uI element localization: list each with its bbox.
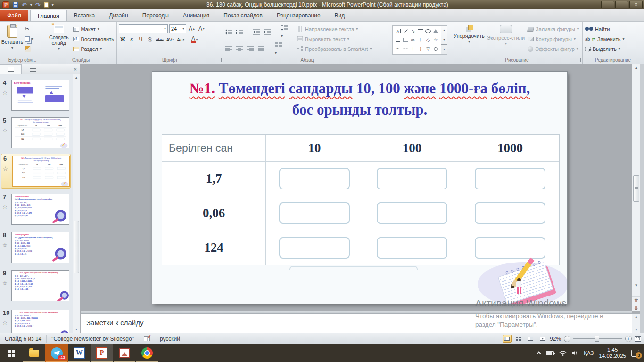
shapes-scroll-up[interactable]: ▲ xyxy=(441,26,447,35)
strikethrough-button[interactable]: abe xyxy=(155,35,165,44)
taskbar-explorer[interactable] xyxy=(23,344,45,362)
spellcheck-status[interactable] xyxy=(139,335,155,343)
shape-rectangle-icon[interactable] xyxy=(418,29,423,33)
drawing-dialog-launcher[interactable] xyxy=(577,58,581,62)
shape-fill-button[interactable]: Заливка фигуры▾ xyxy=(526,24,580,34)
tab-slides-thumbnails[interactable] xyxy=(0,64,22,74)
tab-slideshow[interactable]: Показ слайдов xyxy=(216,10,270,21)
slide-title-textbox[interactable]: №1. Төмендегі сандарды 10, 100 және 1000… xyxy=(152,78,567,121)
bold-button[interactable]: Ж xyxy=(119,35,127,44)
start-button[interactable] xyxy=(0,344,23,362)
undo-icon[interactable]: ↶ xyxy=(22,2,27,8)
slide-4-thumb[interactable]: Есте түсірейік xyxy=(11,80,69,111)
underline-button[interactable]: Ч xyxy=(137,35,145,44)
shape-right-brace-icon[interactable]: } xyxy=(420,47,421,51)
paste-button[interactable]: Вставить ▾ xyxy=(1,23,24,57)
answer-box[interactable] xyxy=(377,202,447,224)
theme-name[interactable]: "College Newsletter by Slidesgo" xyxy=(47,335,139,343)
tab-view[interactable]: Вид xyxy=(328,10,352,21)
scroll-down-icon[interactable]: ▼ xyxy=(632,282,640,289)
shape-diamond-icon[interactable]: ◇ xyxy=(426,38,430,42)
panel-scroll-down-icon[interactable]: ▼ xyxy=(73,326,80,333)
table-cell[interactable] xyxy=(363,230,461,265)
language-status[interactable]: русский xyxy=(155,335,185,343)
save-icon[interactable] xyxy=(13,2,18,8)
answer-box[interactable] xyxy=(377,237,447,259)
answer-box[interactable] xyxy=(279,202,350,224)
tab-file[interactable]: Файл xyxy=(0,10,28,21)
select-button[interactable]: Выделить▾ xyxy=(584,44,626,54)
table-cell[interactable] xyxy=(363,162,461,196)
zoom-in-button[interactable]: + xyxy=(625,336,632,342)
align-left-button[interactable] xyxy=(225,46,232,52)
table-row-label[interactable]: 124 xyxy=(162,230,266,265)
shapes-more-button[interactable]: ▼ xyxy=(441,44,447,54)
maximize-button[interactable] xyxy=(615,1,628,8)
decrease-indent-button[interactable] xyxy=(253,29,260,35)
answer-box[interactable] xyxy=(475,237,545,259)
slide-10-thumb[interactable]: №2. Дұрыс шығарылған есепті анықтайық 1)… xyxy=(11,310,69,333)
replace-button[interactable]: ab⇄Заменить▾ xyxy=(584,34,626,44)
panel-close-button[interactable]: × xyxy=(74,66,77,72)
grow-font-button[interactable]: A▲ xyxy=(188,24,196,33)
previous-slide-button[interactable]: ⇈ xyxy=(632,296,640,304)
tab-transitions[interactable]: Переходы xyxy=(135,10,176,21)
table-cell[interactable] xyxy=(461,162,559,196)
slide-table[interactable]: Берілген сан 10 100 1000 1,7 0,06 124 xyxy=(162,134,560,265)
notes-scroll-down-icon[interactable]: ▼ xyxy=(632,327,640,333)
text-direction-button[interactable]: Направление текста▾ xyxy=(296,24,373,34)
smartart-button[interactable]: Преобразовать в SmartArt▾ xyxy=(296,44,373,54)
zoom-slider-thumb[interactable] xyxy=(595,336,599,342)
undo-caret-icon[interactable]: ▾ xyxy=(30,3,32,7)
find-button[interactable]: Найти xyxy=(584,24,626,34)
table-cell[interactable] xyxy=(461,196,559,230)
layout-button[interactable]: Макет▾ xyxy=(72,24,116,34)
answer-box[interactable] xyxy=(279,237,350,259)
tab-review[interactable]: Рецензирование xyxy=(270,10,328,21)
tab-animations[interactable]: Анимация xyxy=(176,10,216,21)
slide-7-thumb[interactable]: Топтық жұмыс №2. Дұрыс шығарылған есепті… xyxy=(11,194,69,225)
wifi-icon[interactable] xyxy=(559,350,567,356)
numbering-button[interactable] xyxy=(236,29,243,35)
current-slide[interactable]: №1. Төмендегі сандарды 10, 100 және 1000… xyxy=(152,72,567,304)
font-size-combo[interactable]: 24▾ xyxy=(169,24,186,33)
volume-icon[interactable] xyxy=(572,350,578,356)
shape-outline-button[interactable]: Контур фигуры▾ xyxy=(526,34,580,44)
taskbar-telegram[interactable]: ..13 xyxy=(45,344,68,362)
thumbnail-slide-4[interactable]: 4 ☆ Есте түсірейік xyxy=(1,78,71,113)
thumbnail-slide-9[interactable]: 9 ☆ №2. Дұрыс шығарылған есепті анықтайы… xyxy=(1,269,71,304)
tab-insert[interactable]: Вставка xyxy=(67,10,102,21)
powerpoint-logo-icon[interactable]: P xyxy=(2,1,9,8)
font-color-button[interactable]: А▾ xyxy=(190,35,199,44)
taskbar-picture-manager[interactable] xyxy=(113,344,136,362)
arrange-button[interactable]: Упорядочить ▾ xyxy=(453,23,486,57)
table-header-10[interactable]: 10 xyxy=(266,135,363,162)
shape-triangle-icon[interactable] xyxy=(433,29,438,33)
table-cell[interactable] xyxy=(363,196,461,230)
justify-button[interactable] xyxy=(258,46,265,52)
shape-elbow-arrow-icon[interactable] xyxy=(403,38,408,42)
taskbar-word[interactable]: W xyxy=(68,344,91,362)
increase-indent-button[interactable] xyxy=(264,29,271,35)
thumbnail-slide-6-selected[interactable]: 6 ☆ №1. Төмендегі сандарды 10, 100 және … xyxy=(1,154,71,189)
battery-icon[interactable] xyxy=(546,351,554,355)
notes-pane[interactable]: Заметки к слайду ▲ ▼ xyxy=(81,313,640,333)
view-slideshow-button[interactable] xyxy=(538,335,547,343)
scroll-up-icon[interactable]: ▲ xyxy=(632,64,640,72)
character-spacing-button[interactable]: AV▾ xyxy=(165,35,175,44)
slide-5-thumb[interactable]: №1. Төмендегі сандарды 10, 100 және 1000… xyxy=(11,117,69,148)
thumbnail-slide-7[interactable]: 7 ☆ Топтық жұмыс №2. Дұрыс шығарылған ес… xyxy=(1,192,71,227)
paragraph-dialog-launcher[interactable] xyxy=(386,58,389,62)
table-cell[interactable] xyxy=(266,230,363,265)
line-spacing-button[interactable]: ▾ xyxy=(281,25,289,39)
shape-scribble-icon[interactable]: ~ xyxy=(396,47,399,51)
thumbnail-slide-5[interactable]: 5 ☆ №1. Төмендегі сандарды 10, 100 және … xyxy=(1,116,71,151)
align-center-button[interactable] xyxy=(236,46,243,52)
view-normal-button[interactable] xyxy=(503,335,512,343)
shape-arrow-line-icon[interactable]: ↘ xyxy=(411,29,415,33)
panel-scroll-thumb[interactable] xyxy=(74,221,79,273)
table-header-100[interactable]: 100 xyxy=(363,135,461,162)
shape-down-triangle-icon[interactable]: ▽ xyxy=(426,47,430,51)
thumbnail-slide-8[interactable]: 8 ☆ Топтық жұмыс №2. Дұрыс шығарылған ес… xyxy=(1,230,71,265)
format-painter-button[interactable] xyxy=(24,44,35,54)
